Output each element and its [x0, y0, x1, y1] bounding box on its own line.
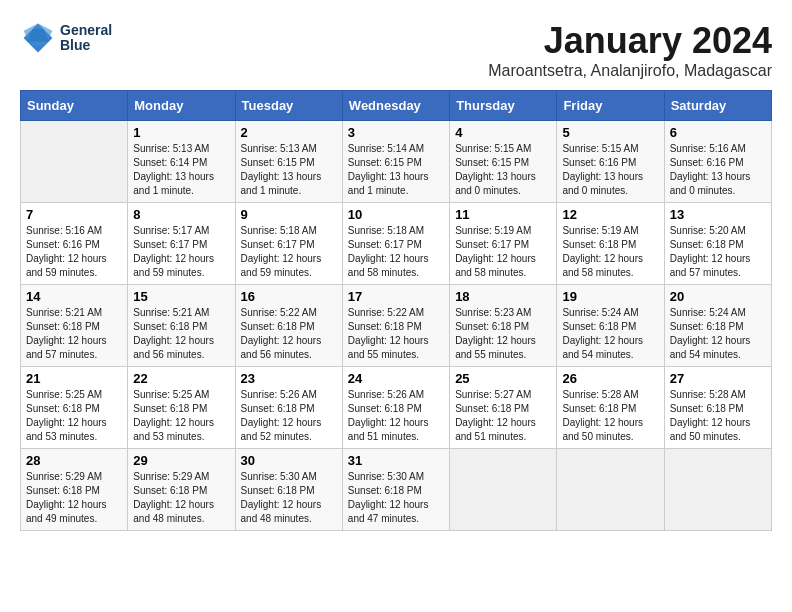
- day-number: 9: [241, 207, 337, 222]
- day-number: 2: [241, 125, 337, 140]
- day-number: 15: [133, 289, 229, 304]
- day-info: Sunrise: 5:30 AMSunset: 6:18 PMDaylight:…: [241, 470, 337, 526]
- weekday-header-wednesday: Wednesday: [342, 91, 449, 121]
- day-number: 11: [455, 207, 551, 222]
- day-number: 29: [133, 453, 229, 468]
- calendar-cell: 15 Sunrise: 5:21 AMSunset: 6:18 PMDaylig…: [128, 285, 235, 367]
- day-info: Sunrise: 5:21 AMSunset: 6:18 PMDaylight:…: [26, 306, 122, 362]
- day-info: Sunrise: 5:23 AMSunset: 6:18 PMDaylight:…: [455, 306, 551, 362]
- day-info: Sunrise: 5:24 AMSunset: 6:18 PMDaylight:…: [562, 306, 658, 362]
- day-info: Sunrise: 5:13 AMSunset: 6:14 PMDaylight:…: [133, 142, 229, 198]
- day-number: 8: [133, 207, 229, 222]
- calendar-cell: 29 Sunrise: 5:29 AMSunset: 6:18 PMDaylig…: [128, 449, 235, 531]
- calendar-cell: 21 Sunrise: 5:25 AMSunset: 6:18 PMDaylig…: [21, 367, 128, 449]
- day-number: 12: [562, 207, 658, 222]
- day-info: Sunrise: 5:17 AMSunset: 6:17 PMDaylight:…: [133, 224, 229, 280]
- logo-icon: [20, 20, 56, 56]
- day-info: Sunrise: 5:26 AMSunset: 6:18 PMDaylight:…: [348, 388, 444, 444]
- logo: General Blue: [20, 20, 112, 56]
- week-row-5: 28 Sunrise: 5:29 AMSunset: 6:18 PMDaylig…: [21, 449, 772, 531]
- calendar-cell: 12 Sunrise: 5:19 AMSunset: 6:18 PMDaylig…: [557, 203, 664, 285]
- day-number: 10: [348, 207, 444, 222]
- calendar-cell: 9 Sunrise: 5:18 AMSunset: 6:17 PMDayligh…: [235, 203, 342, 285]
- calendar-cell: 3 Sunrise: 5:14 AMSunset: 6:15 PMDayligh…: [342, 121, 449, 203]
- calendar-cell: 28 Sunrise: 5:29 AMSunset: 6:18 PMDaylig…: [21, 449, 128, 531]
- day-info: Sunrise: 5:25 AMSunset: 6:18 PMDaylight:…: [26, 388, 122, 444]
- weekday-header-sunday: Sunday: [21, 91, 128, 121]
- day-info: Sunrise: 5:14 AMSunset: 6:15 PMDaylight:…: [348, 142, 444, 198]
- week-row-3: 14 Sunrise: 5:21 AMSunset: 6:18 PMDaylig…: [21, 285, 772, 367]
- calendar-cell: 17 Sunrise: 5:22 AMSunset: 6:18 PMDaylig…: [342, 285, 449, 367]
- logo-line2: Blue: [60, 38, 112, 53]
- day-info: Sunrise: 5:29 AMSunset: 6:18 PMDaylight:…: [133, 470, 229, 526]
- calendar-cell: 31 Sunrise: 5:30 AMSunset: 6:18 PMDaylig…: [342, 449, 449, 531]
- day-number: 1: [133, 125, 229, 140]
- day-info: Sunrise: 5:19 AMSunset: 6:17 PMDaylight:…: [455, 224, 551, 280]
- day-number: 31: [348, 453, 444, 468]
- calendar-cell: 16 Sunrise: 5:22 AMSunset: 6:18 PMDaylig…: [235, 285, 342, 367]
- weekday-header-saturday: Saturday: [664, 91, 771, 121]
- calendar-cell: 13 Sunrise: 5:20 AMSunset: 6:18 PMDaylig…: [664, 203, 771, 285]
- page-header: General Blue January 2024 Maroantsetra, …: [20, 20, 772, 80]
- day-info: Sunrise: 5:25 AMSunset: 6:18 PMDaylight:…: [133, 388, 229, 444]
- day-number: 14: [26, 289, 122, 304]
- day-number: 17: [348, 289, 444, 304]
- day-number: 23: [241, 371, 337, 386]
- day-info: Sunrise: 5:13 AMSunset: 6:15 PMDaylight:…: [241, 142, 337, 198]
- calendar-table: SundayMondayTuesdayWednesdayThursdayFrid…: [20, 90, 772, 531]
- day-number: 24: [348, 371, 444, 386]
- day-number: 3: [348, 125, 444, 140]
- day-number: 20: [670, 289, 766, 304]
- calendar-cell: [557, 449, 664, 531]
- weekday-header-thursday: Thursday: [450, 91, 557, 121]
- day-number: 19: [562, 289, 658, 304]
- calendar-cell: 14 Sunrise: 5:21 AMSunset: 6:18 PMDaylig…: [21, 285, 128, 367]
- calendar-cell: 23 Sunrise: 5:26 AMSunset: 6:18 PMDaylig…: [235, 367, 342, 449]
- day-number: 16: [241, 289, 337, 304]
- day-info: Sunrise: 5:16 AMSunset: 6:16 PMDaylight:…: [26, 224, 122, 280]
- calendar-cell: 18 Sunrise: 5:23 AMSunset: 6:18 PMDaylig…: [450, 285, 557, 367]
- month-title: January 2024: [488, 20, 772, 62]
- day-info: Sunrise: 5:18 AMSunset: 6:17 PMDaylight:…: [241, 224, 337, 280]
- week-row-1: 1 Sunrise: 5:13 AMSunset: 6:14 PMDayligh…: [21, 121, 772, 203]
- calendar-cell: 10 Sunrise: 5:18 AMSunset: 6:17 PMDaylig…: [342, 203, 449, 285]
- day-number: 28: [26, 453, 122, 468]
- calendar-cell: 8 Sunrise: 5:17 AMSunset: 6:17 PMDayligh…: [128, 203, 235, 285]
- day-info: Sunrise: 5:22 AMSunset: 6:18 PMDaylight:…: [241, 306, 337, 362]
- day-number: 21: [26, 371, 122, 386]
- week-row-2: 7 Sunrise: 5:16 AMSunset: 6:16 PMDayligh…: [21, 203, 772, 285]
- day-number: 7: [26, 207, 122, 222]
- calendar-cell: 20 Sunrise: 5:24 AMSunset: 6:18 PMDaylig…: [664, 285, 771, 367]
- calendar-cell: 6 Sunrise: 5:16 AMSunset: 6:16 PMDayligh…: [664, 121, 771, 203]
- day-info: Sunrise: 5:27 AMSunset: 6:18 PMDaylight:…: [455, 388, 551, 444]
- calendar-cell: 27 Sunrise: 5:28 AMSunset: 6:18 PMDaylig…: [664, 367, 771, 449]
- title-block: January 2024 Maroantsetra, Analanjirofo,…: [488, 20, 772, 80]
- calendar-cell: 22 Sunrise: 5:25 AMSunset: 6:18 PMDaylig…: [128, 367, 235, 449]
- calendar-cell: 2 Sunrise: 5:13 AMSunset: 6:15 PMDayligh…: [235, 121, 342, 203]
- calendar-cell: [450, 449, 557, 531]
- weekday-header-friday: Friday: [557, 91, 664, 121]
- calendar-cell: 30 Sunrise: 5:30 AMSunset: 6:18 PMDaylig…: [235, 449, 342, 531]
- weekday-header-row: SundayMondayTuesdayWednesdayThursdayFrid…: [21, 91, 772, 121]
- day-info: Sunrise: 5:22 AMSunset: 6:18 PMDaylight:…: [348, 306, 444, 362]
- logo-text: General Blue: [60, 23, 112, 54]
- calendar-cell: 5 Sunrise: 5:15 AMSunset: 6:16 PMDayligh…: [557, 121, 664, 203]
- day-number: 27: [670, 371, 766, 386]
- calendar-cell: 24 Sunrise: 5:26 AMSunset: 6:18 PMDaylig…: [342, 367, 449, 449]
- calendar-cell: 25 Sunrise: 5:27 AMSunset: 6:18 PMDaylig…: [450, 367, 557, 449]
- day-info: Sunrise: 5:29 AMSunset: 6:18 PMDaylight:…: [26, 470, 122, 526]
- day-info: Sunrise: 5:28 AMSunset: 6:18 PMDaylight:…: [670, 388, 766, 444]
- day-number: 18: [455, 289, 551, 304]
- calendar-cell: 1 Sunrise: 5:13 AMSunset: 6:14 PMDayligh…: [128, 121, 235, 203]
- day-info: Sunrise: 5:15 AMSunset: 6:15 PMDaylight:…: [455, 142, 551, 198]
- weekday-header-monday: Monday: [128, 91, 235, 121]
- day-number: 30: [241, 453, 337, 468]
- day-info: Sunrise: 5:15 AMSunset: 6:16 PMDaylight:…: [562, 142, 658, 198]
- calendar-cell: 19 Sunrise: 5:24 AMSunset: 6:18 PMDaylig…: [557, 285, 664, 367]
- calendar-cell: [664, 449, 771, 531]
- day-number: 26: [562, 371, 658, 386]
- day-info: Sunrise: 5:16 AMSunset: 6:16 PMDaylight:…: [670, 142, 766, 198]
- day-info: Sunrise: 5:20 AMSunset: 6:18 PMDaylight:…: [670, 224, 766, 280]
- day-info: Sunrise: 5:19 AMSunset: 6:18 PMDaylight:…: [562, 224, 658, 280]
- week-row-4: 21 Sunrise: 5:25 AMSunset: 6:18 PMDaylig…: [21, 367, 772, 449]
